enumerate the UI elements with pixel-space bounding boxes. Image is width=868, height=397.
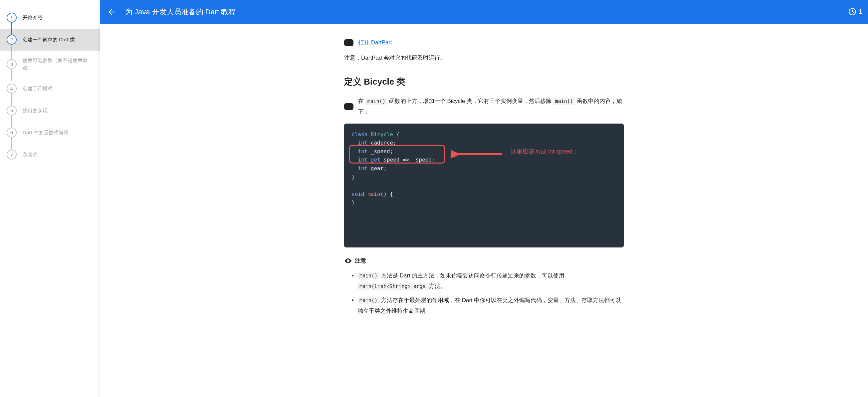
step-connector — [11, 45, 12, 59]
list-item: main() 方法是 Dart 的主方法，如果你需要访问命令行传递过来的参数，可… — [358, 271, 624, 292]
bullet-icon — [344, 103, 353, 110]
section-title: 定义 Bicycle 类 — [344, 74, 624, 90]
step-number: 1 — [7, 13, 17, 23]
intro-pre: 在 — [358, 98, 366, 104]
code-inline-main: main() — [366, 97, 388, 105]
sidebar-item-congrats[interactable]: 7 恭喜你！ — [0, 144, 100, 166]
clock-badge: 1 — [848, 7, 862, 16]
sidebar-item-create-class[interactable]: 2 创建一个简单的 Dart 类 — [0, 29, 100, 51]
code-inline-args: main(List<String> args — [358, 283, 428, 290]
step-label: 使用可选参数（而不是使用重载） — [23, 57, 93, 72]
step-label: 接口的实现 — [23, 107, 48, 115]
code-inline-main: main() — [358, 297, 379, 304]
bullet-text: 方法是 Dart 的主方法，如果你需要访问命令行传递过来的参数，可以使用 — [381, 273, 565, 279]
annotation-arrow-icon — [451, 147, 504, 161]
page-title: 为 Java 开发人员准备的 Dart 教程 — [125, 7, 236, 17]
step-label: 创建一个简单的 Dart 类 — [23, 36, 75, 44]
svg-point-4 — [347, 260, 349, 261]
step-label: Dart 中的函数式编程 — [23, 129, 68, 137]
note-title: 注意 — [355, 255, 366, 266]
main: 为 Java 开发人员准备的 Dart 教程 1 打开 DartPad 注意，D… — [100, 0, 868, 397]
sidebar-item-functional[interactable]: 6 Dart 中的函数式编程 — [0, 121, 100, 144]
bullet-text: 方法存在于最外层的作用域，在 Dart 中你可以在类之外编写代码，变量、方法、存… — [358, 297, 621, 314]
clock-value: 1 — [859, 8, 862, 15]
step-number: 7 — [7, 149, 17, 160]
step-number: 4 — [7, 84, 17, 93]
step-number: 5 — [7, 106, 17, 116]
sidebar-item-intro[interactable]: 1 开篇介绍 — [0, 7, 100, 29]
step-label: 创建工厂模式 — [23, 85, 53, 93]
step-number: 3 — [7, 59, 17, 69]
dartpad-note: 注意，DartPad 会对它的代码及时运行。 — [344, 53, 624, 63]
section-intro-row: 在 main() 函数的上方，增加一个 Bicycle 类，它有三个实例变量，然… — [344, 96, 624, 118]
back-arrow-icon[interactable] — [108, 8, 116, 16]
eye-icon — [344, 257, 352, 265]
code-block-bicycle: class Bicycle { int cadence; int _speed;… — [344, 123, 624, 248]
clock-icon — [848, 7, 857, 16]
header: 为 Java 开发人员准备的 Dart 教程 1 — [100, 0, 868, 24]
page-root: 1 开篇介绍 2 创建一个简单的 Dart 类 3 使用可选参数（而不是使用重载… — [0, 0, 868, 397]
content: 打开 DartPad 注意，DartPad 会对它的代码及时运行。 定义 Bic… — [331, 24, 637, 340]
note-heading: 注意 — [344, 255, 624, 266]
annotation-text: 这里应该写成 int speed； — [510, 147, 579, 157]
sidebar-item-interface[interactable]: 5 接口的实现 — [0, 100, 100, 121]
bullet-icon — [344, 39, 353, 46]
code-inline-main: main() — [553, 97, 575, 105]
intro-mid: 函数的上方，增加一个 Bicycle 类，它有三个实例变量，然后移除 — [389, 98, 553, 104]
bullet-text: 方法。 — [429, 283, 446, 289]
sidebar-item-optional-params[interactable]: 3 使用可选参数（而不是使用重载） — [0, 51, 100, 78]
code-inline-main: main() — [358, 272, 379, 279]
step-label: 开篇介绍 — [23, 14, 42, 22]
action-row: 打开 DartPad — [344, 37, 624, 48]
list-item: main() 方法存在于最外层的作用域，在 Dart 中你可以在类之外编写代码，… — [358, 295, 624, 317]
step-number: 2 — [7, 35, 17, 45]
section-intro-text: 在 main() 函数的上方，增加一个 Bicycle 类，它有三个实例变量，然… — [358, 96, 624, 118]
sidebar: 1 开篇介绍 2 创建一个简单的 Dart 类 3 使用可选参数（而不是使用重载… — [0, 0, 100, 397]
step-label: 恭喜你！ — [23, 151, 42, 159]
step-number: 6 — [7, 127, 17, 138]
open-dartpad-link[interactable]: 打开 DartPad — [358, 37, 392, 48]
note-list: main() 方法是 Dart 的主方法，如果你需要访问命令行传递过来的参数，可… — [344, 271, 624, 317]
sidebar-item-factory[interactable]: 4 创建工厂模式 — [0, 78, 100, 100]
